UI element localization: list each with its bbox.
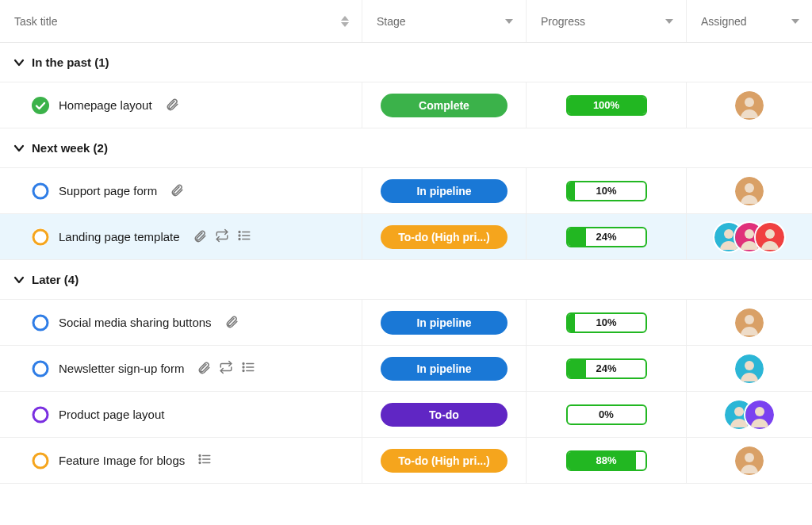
- column-header-assigned[interactable]: Assigned: [687, 0, 812, 42]
- status-circle-icon[interactable]: [32, 228, 49, 246]
- progress-bar[interactable]: 24%: [566, 227, 647, 247]
- stage-cell[interactable]: In pipeline: [362, 168, 527, 213]
- progress-cell[interactable]: 24%: [527, 214, 687, 259]
- task-title-cell[interactable]: Newsletter sign-up form: [0, 346, 362, 391]
- task-meta-icons: [165, 97, 179, 113]
- svg-point-12: [239, 239, 240, 240]
- sort-icon[interactable]: [341, 16, 349, 27]
- task-title-cell[interactable]: Homepage layout: [0, 82, 362, 128]
- task-title-cell[interactable]: Social media sharing buttons: [0, 300, 362, 345]
- task-row[interactable]: Homepage layoutComplete100%: [0, 82, 812, 128]
- chevron-down-icon[interactable]: [13, 56, 25, 69]
- column-header-stage[interactable]: Stage: [362, 0, 527, 42]
- svg-point-14: [724, 229, 733, 239]
- stage-cell[interactable]: In pipeline: [362, 346, 527, 391]
- svg-point-3: [33, 184, 48, 198]
- task-row[interactable]: Social media sharing buttonsIn pipeline1…: [0, 300, 812, 346]
- task-title-cell[interactable]: Landing page template: [0, 214, 362, 259]
- stage-pill[interactable]: To-do (High pri...): [381, 225, 508, 249]
- dropdown-icon[interactable]: [791, 19, 799, 24]
- task-title-cell[interactable]: Product page layout: [0, 392, 362, 437]
- task-title-cell[interactable]: Support page form: [0, 168, 362, 213]
- progress-cell[interactable]: 88%: [527, 438, 687, 483]
- task-meta-icons: [170, 182, 184, 199]
- avatar-stack[interactable]: [735, 177, 764, 205]
- stage-cell[interactable]: To-do (High pri...): [362, 214, 527, 259]
- stage-cell[interactable]: To-do: [362, 392, 527, 437]
- task-row[interactable]: Feature Image for blogsTo-do (High pri..…: [0, 438, 812, 484]
- avatar[interactable]: [735, 177, 764, 205]
- progress-cell[interactable]: 10%: [527, 168, 687, 213]
- chevron-down-icon[interactable]: [13, 142, 25, 155]
- stage-cell[interactable]: Complete: [362, 82, 527, 128]
- progress-bar[interactable]: 24%: [566, 358, 647, 379]
- progress-bar[interactable]: 10%: [566, 181, 647, 201]
- avatar-stack[interactable]: [735, 446, 764, 475]
- progress-bar[interactable]: 10%: [566, 312, 647, 333]
- assigned-cell[interactable]: [687, 300, 812, 345]
- chevron-down-icon[interactable]: [13, 274, 25, 286]
- column-header-progress[interactable]: Progress: [527, 0, 687, 42]
- progress-bar[interactable]: 0%: [566, 404, 647, 425]
- column-header-task-title[interactable]: Task title: [0, 0, 362, 42]
- progress-cell[interactable]: 0%: [527, 392, 687, 437]
- assigned-cell[interactable]: [687, 168, 812, 213]
- group-header[interactable]: In the past (1): [0, 43, 812, 82]
- stage-cell[interactable]: To-do (High pri...): [362, 438, 527, 483]
- avatar-stack[interactable]: [725, 400, 774, 429]
- task-row[interactable]: Support page formIn pipeline10%: [0, 168, 812, 214]
- progress-label: 24%: [596, 231, 616, 243]
- status-circle-icon[interactable]: [32, 97, 49, 114]
- stage-cell[interactable]: In pipeline: [362, 300, 527, 345]
- stage-pill[interactable]: In pipeline: [381, 179, 508, 203]
- avatar[interactable]: [735, 446, 764, 475]
- progress-bar[interactable]: 100%: [566, 95, 647, 116]
- avatar[interactable]: [735, 308, 764, 337]
- status-circle-icon[interactable]: [32, 182, 49, 200]
- avatar-stack[interactable]: [735, 308, 764, 337]
- progress-bar[interactable]: 88%: [566, 450, 647, 471]
- attachment-icon: [170, 182, 184, 199]
- task-title-cell[interactable]: Feature Image for blogs: [0, 438, 362, 483]
- status-circle-icon[interactable]: [32, 314, 49, 331]
- task-row[interactable]: Product page layoutTo-do0%: [0, 392, 812, 438]
- progress-cell[interactable]: 100%: [527, 82, 687, 128]
- progress-cell[interactable]: 24%: [527, 346, 687, 391]
- assigned-cell[interactable]: [687, 214, 812, 259]
- avatar[interactable]: [756, 223, 784, 251]
- svg-point-36: [33, 454, 48, 468]
- avatar-stack[interactable]: [714, 223, 784, 251]
- avatar[interactable]: [735, 91, 764, 120]
- repeat-icon: [219, 360, 233, 377]
- assigned-cell[interactable]: [687, 438, 812, 483]
- assigned-cell[interactable]: [687, 392, 812, 437]
- dropdown-icon[interactable]: [505, 19, 513, 24]
- status-circle-icon[interactable]: [32, 360, 49, 377]
- stage-pill[interactable]: To-do (High pri...): [381, 449, 508, 473]
- status-circle-icon[interactable]: [32, 452, 49, 469]
- status-circle-icon[interactable]: [32, 406, 49, 423]
- assigned-cell[interactable]: [687, 82, 812, 128]
- avatar-stack[interactable]: [735, 354, 764, 383]
- dropdown-icon[interactable]: [665, 19, 673, 24]
- avatar[interactable]: [745, 400, 774, 429]
- progress-label: 0%: [599, 408, 614, 420]
- task-title: Newsletter sign-up form: [59, 362, 184, 375]
- progress-label: 100%: [593, 99, 619, 111]
- stage-pill[interactable]: Complete: [381, 94, 508, 117]
- task-row[interactable]: Landing page templateTo-do (High pri...)…: [0, 214, 812, 260]
- attachment-icon: [165, 97, 179, 113]
- avatar-stack[interactable]: [735, 91, 764, 120]
- group-header[interactable]: Later (4): [0, 260, 812, 300]
- avatar[interactable]: [735, 354, 764, 383]
- progress-cell[interactable]: 10%: [527, 300, 687, 345]
- assigned-cell[interactable]: [687, 346, 812, 391]
- stage-pill[interactable]: In pipeline: [381, 311, 508, 335]
- task-row[interactable]: Newsletter sign-up formIn pipeline24%: [0, 346, 812, 392]
- progress-label: 10%: [596, 185, 616, 197]
- stage-pill[interactable]: To-do: [381, 403, 508, 427]
- group-header[interactable]: Next week (2): [0, 128, 812, 168]
- svg-point-18: [765, 229, 775, 239]
- stage-pill[interactable]: In pipeline: [381, 357, 508, 381]
- svg-point-21: [745, 315, 754, 324]
